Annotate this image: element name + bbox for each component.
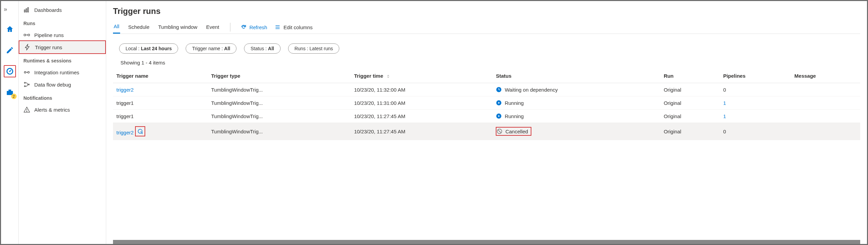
filter-pills: Local : Last 24 hours Trigger name : All… (119, 43, 860, 54)
divider (230, 23, 230, 32)
collapse-rail-button[interactable]: » (1, 4, 10, 14)
col-trigger-type[interactable]: Trigger type (208, 69, 351, 83)
col-run[interactable]: Run (660, 69, 720, 83)
sidebar-item-pipeline-runs[interactable]: Pipeline runs (19, 29, 106, 41)
horizontal-scrollbar[interactable] (113, 240, 860, 244)
message-text (791, 110, 860, 123)
run-text: Original (660, 110, 720, 123)
refresh-icon (241, 24, 247, 30)
rerun-icon (137, 128, 143, 134)
tab-tumbling-window[interactable]: Tumbling window (157, 21, 198, 33)
edit-columns-button[interactable]: Edit columns (275, 24, 313, 30)
trigger-time-text: 10/23/20, 11:32:00 AM (351, 83, 492, 96)
trigger-type-text: TumblingWindowTrig... (208, 96, 351, 110)
sidebar-item-label: Data flow debug (34, 82, 71, 88)
page-title: Trigger runs (113, 6, 860, 16)
rail-monitor[interactable] (4, 65, 16, 77)
results-table: Trigger name Trigger type Trigger time S… (113, 69, 860, 140)
svg-point-16 (26, 111, 27, 111)
columns-icon (275, 24, 281, 30)
svg-rect-7 (28, 7, 29, 12)
dashboard-icon (23, 6, 30, 13)
svg-rect-5 (24, 10, 25, 12)
table-row: trigger1 TumblingWindowTrig... 10/23/20,… (113, 96, 860, 110)
sort-indicator-icon (384, 73, 391, 79)
svg-point-12 (24, 82, 25, 83)
status-cell: Running (496, 100, 657, 106)
sidebar-item-dataflow-debug[interactable]: Data flow debug (19, 78, 106, 91)
rail-author[interactable] (4, 44, 16, 56)
sidebar-item-alerts[interactable]: Alerts & metrics (19, 103, 106, 116)
main-content: Trigger runs All Schedule Tumbling windo… (106, 1, 867, 244)
gauge-icon (6, 67, 14, 75)
status-text: Waiting on dependency (505, 87, 558, 93)
rail-badge: 2 (11, 94, 17, 99)
table-row: trigger2 TumblingWindowTrig... 10/23/20,… (113, 83, 860, 96)
pencil-icon (6, 46, 14, 54)
svg-point-10 (24, 72, 26, 73)
run-text: Original (660, 123, 720, 140)
rail-manage[interactable]: 2 (4, 86, 16, 98)
pipelines-text: 0 (723, 87, 726, 93)
sidebar-heading-runs: Runs (19, 16, 106, 29)
svg-rect-9 (28, 34, 30, 36)
sidebar-heading-runtimes: Runtimes & sessions (19, 53, 106, 66)
sidebar-item-integration-runtimes[interactable]: Integration runtimes (19, 66, 106, 78)
svg-rect-6 (26, 9, 27, 12)
svg-line-24 (498, 130, 501, 133)
col-message[interactable]: Message (791, 69, 860, 83)
col-trigger-time[interactable]: Trigger time (351, 69, 492, 83)
table-row: trigger1 TumblingWindowTrig... 10/23/20,… (113, 110, 860, 123)
tab-bar: All Schedule Tumbling window Event Refre… (113, 21, 860, 34)
rerun-button[interactable] (135, 126, 145, 136)
sidebar-item-label: Dashboards (34, 7, 62, 13)
rail-home[interactable] (4, 23, 16, 35)
edit-columns-label: Edit columns (283, 24, 313, 30)
trigger-name-link[interactable]: trigger2 (116, 130, 134, 135)
table-row: trigger2 TumblingWindowTrig... 10/23/20,… (113, 123, 860, 140)
status-cell: Cancelled (496, 128, 528, 134)
run-text: Original (660, 96, 720, 110)
trigger-time-text: 10/23/20, 11:31:00 AM (351, 96, 492, 110)
refresh-label: Refresh (249, 24, 267, 30)
tab-event[interactable]: Event (206, 21, 220, 33)
run-text: Original (660, 83, 720, 96)
sidebar-item-trigger-runs[interactable]: Trigger runs (19, 40, 106, 54)
tab-schedule[interactable]: Schedule (128, 21, 150, 33)
trigger-name-link[interactable]: trigger2 (116, 87, 134, 93)
dataflow-icon (23, 81, 30, 88)
message-text (791, 96, 860, 110)
filter-trigger-name[interactable]: Trigger name : All (186, 43, 237, 54)
sidebar-heading-notifications: Notifications (19, 91, 106, 103)
filter-runs[interactable]: Runs : Latest runs (288, 43, 340, 54)
tab-all[interactable]: All (113, 21, 120, 34)
col-pipelines[interactable]: Pipelines (720, 69, 791, 83)
svg-point-14 (28, 84, 29, 85)
sidebar-item-label: Integration runtimes (34, 70, 79, 75)
sidebar-item-label: Trigger runs (35, 44, 62, 50)
status-cell: Waiting on dependency (496, 87, 657, 93)
filter-time[interactable]: Local : Last 24 hours (119, 43, 178, 54)
message-text (791, 123, 860, 140)
sidebar-item-label: Alerts & metrics (34, 107, 70, 113)
col-status[interactable]: Status (492, 69, 660, 83)
pipelines-link[interactable]: 1 (723, 113, 726, 119)
sidebar-item-dashboards[interactable]: Dashboards (19, 4, 106, 16)
pipeline-icon (23, 32, 30, 38)
trigger-type-text: TumblingWindowTrig... (208, 110, 351, 123)
status-text: Running (505, 113, 524, 119)
svg-rect-8 (24, 34, 26, 36)
runtime-icon (23, 69, 30, 76)
sidebar: Dashboards Runs Pipeline runs Trigger ru… (19, 1, 106, 244)
svg-rect-4 (8, 90, 11, 91)
home-icon (6, 25, 14, 33)
result-summary: Showing 1 - 4 items (120, 60, 860, 65)
col-trigger-name[interactable]: Trigger name (113, 69, 208, 83)
trigger-name-text: trigger1 (116, 113, 134, 119)
pipelines-link[interactable]: 1 (723, 100, 726, 106)
refresh-button[interactable]: Refresh (241, 24, 267, 30)
message-text (791, 83, 860, 96)
alert-icon (23, 106, 30, 113)
trigger-icon (24, 44, 31, 51)
filter-status[interactable]: Status : All (244, 43, 280, 54)
